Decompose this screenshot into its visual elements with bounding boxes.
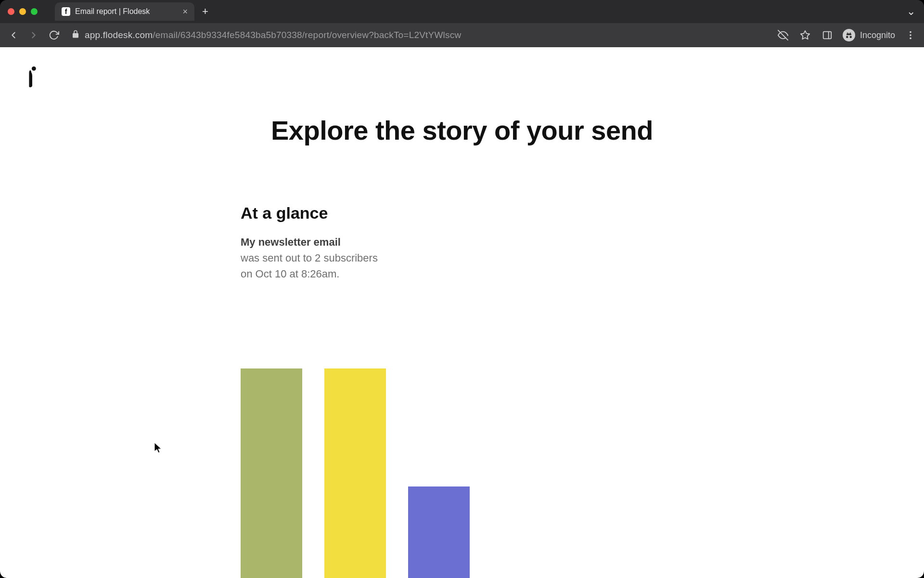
toolbar: app.flodesk.com/email/6343b9334fe5843ba5… xyxy=(0,23,924,47)
at-a-glance-section: At a glance My newsletter email was sent… xyxy=(221,204,703,578)
window-close-button[interactable] xyxy=(8,8,14,15)
summary-line-2: on Oct 10 at 8:26am. xyxy=(241,268,339,280)
bookmark-star-icon[interactable] xyxy=(798,28,812,42)
mouse-cursor xyxy=(154,442,163,456)
svg-rect-2 xyxy=(823,32,832,39)
chart-bar-opened[interactable] xyxy=(324,368,386,578)
window-maximize-button[interactable] xyxy=(31,8,38,15)
kebab-menu-button[interactable] xyxy=(904,28,917,42)
window-minimize-button[interactable] xyxy=(19,8,26,15)
svg-point-5 xyxy=(910,34,911,36)
chart-bar-delivered[interactable] xyxy=(241,368,302,578)
incognito-label: Incognito xyxy=(860,30,895,40)
incognito-indicator[interactable]: Incognito xyxy=(843,29,895,41)
forward-button[interactable] xyxy=(27,28,40,42)
section-title: At a glance xyxy=(241,204,683,223)
tab-bar: f Email report | Flodesk × + ⌄ xyxy=(0,0,924,23)
incognito-icon xyxy=(843,29,855,41)
email-name: My newsletter email xyxy=(241,236,341,248)
report-content: Explore the story of your send At a glan… xyxy=(221,47,703,578)
lock-icon xyxy=(71,30,80,40)
back-button[interactable] xyxy=(7,28,20,42)
reload-button[interactable] xyxy=(47,28,61,42)
browser-chrome: f Email report | Flodesk × + ⌄ app.flode… xyxy=(0,0,924,47)
page-viewport: Explore the story of your send At a glan… xyxy=(0,47,924,578)
flodesk-logo[interactable] xyxy=(27,66,38,90)
new-tab-button[interactable]: + xyxy=(202,5,208,18)
svg-point-6 xyxy=(910,38,911,39)
page-headline: Explore the story of your send xyxy=(271,115,653,146)
svg-marker-1 xyxy=(801,31,809,39)
svg-point-7 xyxy=(32,66,36,71)
url-path: /email/6343b9334fe5843ba5b70338/report/o… xyxy=(153,30,461,40)
svg-point-4 xyxy=(910,31,911,33)
tab-title: Email report | Flodesk xyxy=(75,7,178,16)
tabs-dropdown-button[interactable]: ⌄ xyxy=(907,5,918,18)
tab-favicon: f xyxy=(62,7,70,16)
eye-off-icon[interactable] xyxy=(776,28,790,42)
glance-bar-chart xyxy=(241,315,683,578)
address-bar[interactable]: app.flodesk.com/email/6343b9334fe5843ba5… xyxy=(67,30,770,40)
toolbar-right: Incognito xyxy=(776,28,917,42)
tab-close-button[interactable]: × xyxy=(182,7,188,17)
summary-line-1: was sent out to 2 subscribers xyxy=(241,252,378,264)
url-text: app.flodesk.com/email/6343b9334fe5843ba5… xyxy=(85,30,461,40)
summary-text: My newsletter email was sent out to 2 su… xyxy=(241,234,683,282)
url-host: app.flodesk.com xyxy=(85,30,153,40)
side-panel-icon[interactable] xyxy=(821,28,834,42)
chart-bar-clicked[interactable] xyxy=(408,486,470,578)
browser-tab[interactable]: f Email report | Flodesk × xyxy=(55,2,194,21)
window-controls xyxy=(6,8,41,15)
